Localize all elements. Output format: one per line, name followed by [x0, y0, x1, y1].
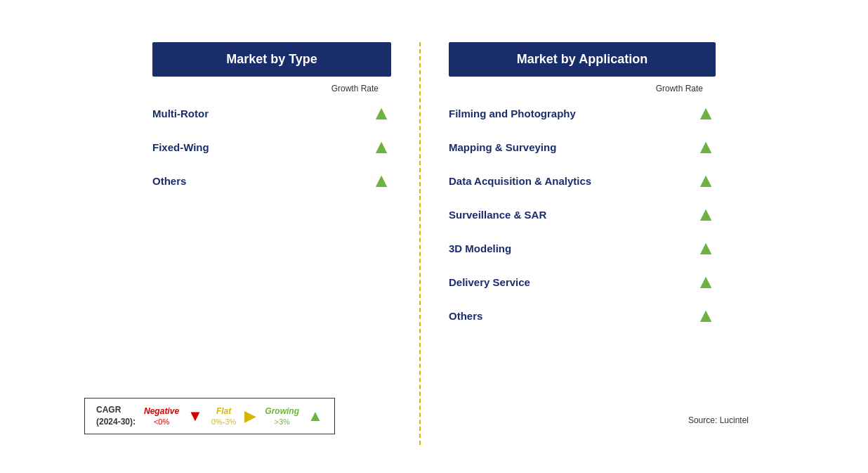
legend-box: CAGR(2024-30): Negative <0% ▼ Flat 0%-3%… — [84, 398, 335, 434]
list-item: Filming and Photography ▲ — [449, 96, 716, 130]
others-left-label: Others — [152, 175, 186, 187]
list-item: Mapping & Surveying ▲ — [449, 130, 716, 164]
list-item: Others ▲ — [449, 299, 716, 332]
list-item: Others ▲ — [152, 164, 391, 197]
delivery-arrow-icon: ▲ — [696, 272, 716, 292]
others-left-arrow-icon: ▲ — [371, 171, 391, 190]
negative-label: Negative — [144, 406, 179, 416]
right-arrow-icon: ▶ — [244, 407, 256, 425]
mapping-arrow-icon: ▲ — [696, 137, 716, 157]
growing-label: Growing — [265, 406, 299, 416]
left-panel: Market by Type Growth Rate Multi-Rotor ▲… — [152, 42, 391, 197]
filming-photography-label: Filming and Photography — [449, 108, 576, 119]
list-item: Multi-Rotor ▲ — [152, 96, 391, 130]
list-item: Data Acquisition & Analytics ▲ — [449, 164, 716, 197]
legend-flat: Flat 0%-3% — [211, 406, 236, 426]
cagr-label: CAGR(2024-30): — [96, 404, 136, 428]
list-item: Delivery Service ▲ — [449, 265, 716, 299]
3d-modeling-label: 3D Modeling — [449, 242, 511, 254]
surveillance-arrow-icon: ▲ — [696, 205, 716, 224]
list-item: Fixed-Wing ▲ — [152, 130, 391, 164]
right-panel-header: Market by Application — [449, 42, 716, 77]
up-arrow-icon: ▲ — [696, 137, 716, 157]
up-arrow-icon: ▲ — [696, 306, 716, 325]
right-growth-rate-label: Growth Rate — [449, 77, 716, 96]
up-arrow-icon: ▲ — [696, 238, 716, 258]
up-arrow-icon: ▲ — [696, 103, 716, 123]
legend-negative: Negative <0% — [144, 406, 179, 426]
data-acquisition-label: Data Acquisition & Analytics — [449, 175, 591, 187]
multi-rotor-arrow-icon: ▲ — [371, 103, 391, 123]
up-arrow-icon: ▲ — [371, 137, 391, 157]
growing-sub: >3% — [274, 417, 289, 426]
fixed-wing-label: Fixed-Wing — [152, 141, 209, 153]
flat-sub: 0%-3% — [211, 417, 236, 426]
mapping-surveying-label: Mapping & Surveying — [449, 141, 556, 153]
divider — [419, 42, 421, 445]
data-acquisition-arrow-icon: ▲ — [696, 171, 716, 190]
down-arrow-icon: ▼ — [188, 407, 203, 425]
left-growth-rate-label: Growth Rate — [152, 77, 391, 96]
up-arrow-icon: ▲ — [371, 103, 391, 123]
list-item: Surveillance & SAR ▲ — [449, 197, 716, 231]
up-arrow-icon: ▲ — [696, 205, 716, 224]
up-arrow-small-icon: ▲ — [308, 407, 323, 425]
up-arrow-icon: ▲ — [696, 272, 716, 292]
3d-modeling-arrow-icon: ▲ — [696, 238, 716, 258]
left-panel-header: Market by Type — [152, 42, 391, 77]
up-arrow-icon: ▲ — [371, 171, 391, 190]
legend-growing: Growing >3% — [265, 406, 299, 426]
others-right-label: Others — [449, 310, 482, 322]
delivery-service-label: Delivery Service — [449, 276, 530, 288]
source-text: Source: Lucintel — [688, 415, 749, 425]
surveillance-sar-label: Surveillance & SAR — [449, 209, 546, 221]
up-arrow-icon: ▲ — [696, 171, 716, 190]
others-right-arrow-icon: ▲ — [696, 306, 716, 325]
list-item: 3D Modeling ▲ — [449, 231, 716, 265]
multi-rotor-label: Multi-Rotor — [152, 108, 209, 119]
flat-label: Flat — [216, 406, 231, 416]
right-panel: Market by Application Growth Rate Filmin… — [449, 42, 716, 332]
fixed-wing-arrow-icon: ▲ — [371, 137, 391, 157]
negative-sub: <0% — [154, 417, 169, 426]
filming-arrow-icon: ▲ — [696, 103, 716, 123]
